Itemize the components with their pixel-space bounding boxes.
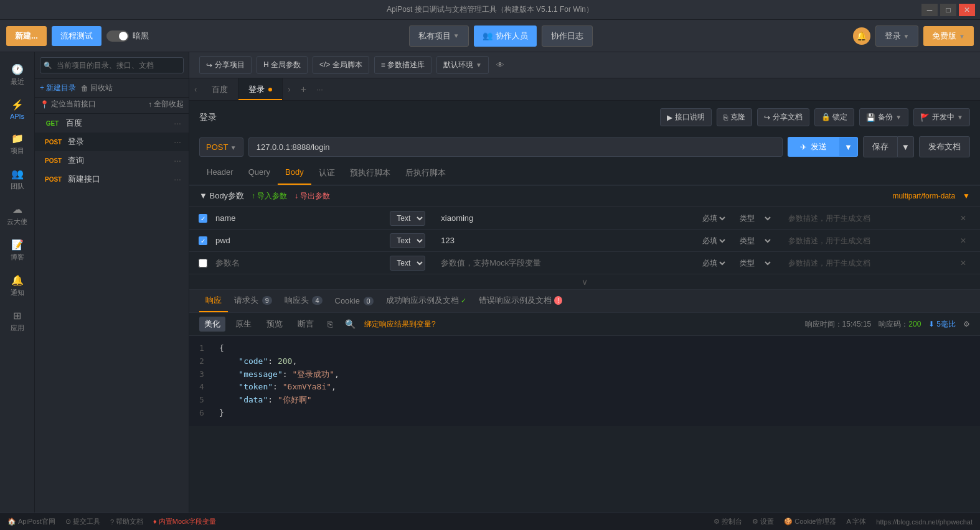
api-more-query[interactable]: ··· (174, 156, 181, 165)
resp-settings-icon[interactable]: ⚙ (963, 320, 970, 328)
tab-post-script[interactable]: 后执行脚本 (398, 162, 453, 185)
tab-nav-left[interactable]: ‹ (189, 85, 202, 94)
param-required-select-pwd[interactable]: 必填 选填 (700, 236, 727, 246)
doc-button[interactable]: ▶ 接口说明 (660, 108, 712, 126)
control-panel-link[interactable]: ⚙ 控制台 (714, 517, 742, 526)
flow-test-button[interactable]: 流程测试 (52, 26, 101, 46)
param-check-pwd[interactable] (199, 236, 207, 245)
param-types2-select-empty[interactable]: 类型 string integer (737, 258, 773, 268)
share-doc-button[interactable]: ↪ 分享文档 (757, 108, 809, 126)
delete-param-empty[interactable]: ✕ (960, 259, 966, 267)
param-type-select-pwd[interactable]: Text File (390, 233, 425, 248)
response-tab-req-headers[interactable]: 请求头 9 (228, 290, 278, 312)
search-input[interactable] (40, 57, 184, 73)
help-doc-link[interactable]: ? 帮助文档 (110, 517, 143, 526)
save-dropdown-button[interactable]: ▼ (898, 136, 914, 157)
response-tab-success-examples[interactable]: 成功响应示例及文档 ✓ (380, 290, 473, 312)
tab-query[interactable]: Query (241, 162, 278, 185)
status-button[interactable]: 🚩 开发中 ▼ (913, 108, 970, 126)
param-desc-input-pwd[interactable] (788, 236, 956, 245)
nav-apps[interactable]: ⊞ 应用 (2, 305, 32, 338)
save-button[interactable]: 保存 (863, 136, 898, 157)
global-script-button[interactable]: </> 全局脚本 (313, 56, 369, 74)
global-params-button[interactable]: H 全局参数 (257, 56, 308, 74)
response-tab-cookie[interactable]: Cookie 0 (329, 291, 380, 312)
api-item-new[interactable]: POST 新建接口 ··· (35, 170, 189, 188)
tab-pre-script[interactable]: 预执行脚本 (342, 162, 398, 185)
method-select[interactable]: POST ▼ (199, 137, 243, 157)
cookie-mgr-link[interactable]: 🍪 Cookie管理器 (784, 517, 836, 526)
font-link[interactable]: A 字体 (846, 517, 866, 526)
tab-auth[interactable]: 认证 (311, 162, 342, 185)
delete-param-name[interactable]: ✕ (960, 214, 966, 223)
nav-apis[interactable]: ⚡ APIs (2, 94, 32, 125)
response-tab-resp-headers[interactable]: 响应头 4 (278, 290, 329, 312)
login-button[interactable]: 登录 ▼ (875, 26, 919, 47)
api-more-baidu[interactable]: ··· (174, 118, 181, 128)
collaborator-button[interactable]: 👥 协作人员 (474, 26, 537, 47)
url-link[interactable]: https://blog.csdn.net/phpwechat (876, 518, 973, 526)
param-name-input-name[interactable] (215, 213, 384, 223)
param-value-input-name[interactable] (441, 213, 693, 223)
raw-button[interactable]: 原生 (230, 317, 257, 332)
param-type-select-empty[interactable]: Text File (390, 256, 425, 271)
tab-add-button[interactable]: + (296, 84, 311, 95)
tab-header[interactable]: Header (199, 162, 241, 185)
nav-recent[interactable]: 🕐 最近 (2, 58, 32, 91)
toggle-switch-icon[interactable] (106, 30, 129, 42)
notification-icon[interactable]: 🔔 (853, 27, 870, 45)
official-site-link[interactable]: 🏠 ApiPost官网 (7, 517, 55, 526)
delete-param-pwd[interactable]: ✕ (960, 236, 966, 245)
settings-link[interactable]: ⚙ 设置 (752, 517, 774, 526)
param-required-select-name[interactable]: 必填 选填 (700, 213, 727, 223)
param-desc-input-empty[interactable] (788, 259, 956, 267)
tab-nav-right[interactable]: › (283, 85, 295, 94)
api-more-new[interactable]: ··· (174, 174, 181, 184)
mock-link[interactable]: ♦ 内置Mock字段变量 (153, 517, 216, 526)
import-params-button[interactable]: ↑ 导入参数 (252, 191, 287, 202)
bind-result-link[interactable]: 绑定响应结果到变量? (364, 319, 436, 330)
nav-team[interactable]: 👥 团队 (2, 163, 32, 196)
api-more-login[interactable]: ··· (174, 137, 181, 147)
param-name-input-pwd[interactable] (215, 236, 384, 245)
tab-baidu[interactable]: 百度 (202, 78, 238, 100)
backup-button[interactable]: 💾 备份 ▼ (859, 108, 908, 126)
tab-login[interactable]: 登录 (238, 78, 283, 100)
lock-button[interactable]: 🔒 锁定 (814, 108, 854, 126)
dark-mode-toggle[interactable]: 暗黑 (106, 30, 149, 42)
recycle-button[interactable]: 🗑 回收站 (81, 83, 113, 93)
api-item-login[interactable]: POST 登录 ··· (35, 132, 189, 151)
private-project-button[interactable]: 私有项目 ▼ (409, 26, 469, 47)
param-type-select-name[interactable]: Text File (390, 211, 425, 226)
assert-button[interactable]: 断言 (293, 317, 319, 332)
param-required-select-empty[interactable]: 必填 选填 (700, 258, 727, 268)
nav-project[interactable]: 📁 项目 (2, 128, 32, 160)
search-resp-icon[interactable]: 🔍 (341, 317, 359, 331)
nav-cloud[interactable]: ☁ 云大使 (2, 198, 32, 231)
response-tab-response[interactable]: 响应 (199, 290, 228, 312)
nav-blog[interactable]: 📝 博客 (2, 234, 32, 267)
copy-icon[interactable]: ⎘ (324, 317, 336, 331)
close-btn[interactable]: ✕ (959, 4, 975, 16)
share-project-button[interactable]: ↪ 分享项目 (199, 56, 252, 74)
send-button[interactable]: ✈ 发送 (788, 137, 839, 157)
minimize-btn[interactable]: ─ (921, 4, 938, 16)
export-params-button[interactable]: ↓ 导出参数 (294, 191, 330, 202)
response-tab-error-examples[interactable]: 错误响应示例及文档 ! (473, 290, 568, 312)
nav-notification[interactable]: 🔔 通知 (2, 269, 32, 302)
url-input[interactable] (248, 137, 783, 157)
eye-icon[interactable]: 👁 (496, 60, 504, 70)
send-dropdown-button[interactable]: ▼ (839, 137, 858, 157)
locate-current-button[interactable]: 📍 定位当前接口 (40, 99, 96, 109)
response-size[interactable]: ⬇ 5毫比 (928, 319, 956, 330)
free-version-button[interactable]: 免费版 ▼ (923, 26, 974, 46)
api-item-baidu[interactable]: GET 百度 ··· (35, 114, 189, 132)
collapse-all-button[interactable]: ↑ 全部收起 (148, 99, 184, 109)
param-lib-button[interactable]: ≡ 参数描述库 (374, 56, 431, 74)
param-types2-select-name[interactable]: 类型 string integer (737, 213, 773, 223)
tab-more-button[interactable]: ··· (311, 85, 328, 94)
default-env-button[interactable]: 默认环境 ▼ (436, 56, 489, 74)
param-types2-select-pwd[interactable]: 类型 string integer (737, 236, 773, 246)
collab-log-button[interactable]: 协作日志 (542, 26, 593, 47)
api-item-query[interactable]: POST 查询 ··· (35, 151, 189, 170)
